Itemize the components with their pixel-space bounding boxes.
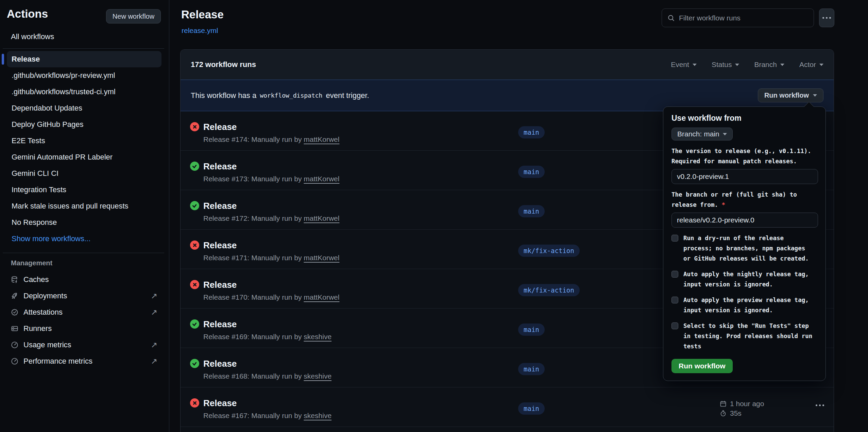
sidebar-item-performance-metrics[interactable]: Performance metrics ↗	[7, 353, 161, 369]
sidebar-item-runners[interactable]: Runners	[7, 320, 161, 337]
chevron-down-icon	[735, 64, 739, 66]
run-kebab-button[interactable]	[816, 404, 824, 406]
show-more-workflows-link[interactable]: Show more workflows...	[7, 231, 161, 247]
branch-pill[interactable]: main	[518, 323, 545, 336]
filter-workflow-runs-input[interactable]: Filter workflow runs	[662, 9, 814, 27]
branch-pill[interactable]: main	[518, 126, 545, 138]
sidebar-item-e2e-tests[interactable]: E2E Tests	[7, 133, 161, 149]
chevron-down-icon	[723, 133, 727, 135]
chevron-down-icon	[780, 64, 784, 66]
verified-icon	[11, 309, 18, 316]
branch-pill[interactable]: main	[518, 363, 545, 375]
skip-tests-label: Select to skip the "Run Tests" step in t…	[683, 321, 813, 351]
run-description: Release #168: Manually run by skeshive	[203, 372, 331, 381]
actor-link[interactable]: skeshive	[304, 412, 331, 419]
sidebar-divider	[3, 253, 164, 253]
required-asterisk: *	[722, 201, 726, 208]
status-success-icon	[190, 319, 199, 329]
run-title[interactable]: Release	[203, 161, 237, 172]
run-title[interactable]: Release	[203, 240, 237, 251]
run-description: Release #171: Manually run by mattKorwel	[203, 253, 339, 262]
sidebar-item-gemini-cli-ci[interactable]: Gemini CLI CI	[7, 165, 161, 182]
sidebar-item-trusted-ci[interactable]: .github/workflows/trusted-ci.yml	[7, 84, 161, 100]
external-link-icon: ↗	[151, 358, 157, 365]
event-filter-dropdown[interactable]: Event	[671, 61, 697, 69]
external-link-icon: ↗	[151, 292, 157, 300]
run-title[interactable]: Release	[203, 398, 237, 409]
run-title[interactable]: Release	[203, 319, 237, 330]
run-description: Release #172: Manually run by mattKorwel	[203, 214, 339, 223]
ref-input[interactable]	[671, 213, 818, 228]
management-list: Caches Deployments ↗ Attestation	[7, 271, 161, 369]
actor-link[interactable]: skeshive	[304, 372, 331, 380]
sidebar-item-deployments[interactable]: Deployments ↗	[7, 288, 161, 304]
management-section-label: Management	[11, 259, 52, 267]
sidebar-item-release[interactable]: Release	[7, 51, 161, 67]
sidebar-title: Actions	[7, 7, 48, 20]
sidebar-item-gemini-automated-pr-labeler[interactable]: Gemini Automated PR Labeler	[7, 149, 161, 165]
sidebar-item-usage-metrics[interactable]: Usage metrics ↗	[7, 337, 161, 353]
status-success-icon	[190, 359, 199, 368]
preview-tag-label: Auto apply the preview release tag, inpu…	[683, 295, 813, 315]
run-title[interactable]: Release	[203, 200, 237, 211]
branch-pill[interactable]: main	[518, 205, 545, 217]
branch-pill[interactable]: mk/fix-action	[518, 284, 580, 296]
sidebar-item-dependabot-updates[interactable]: Dependabot Updates	[7, 100, 161, 116]
version-input[interactable]	[671, 169, 818, 184]
branch-pill[interactable]: mk/fix-action	[518, 245, 580, 257]
run-title[interactable]: Release	[203, 279, 237, 290]
dry-run-option: Run a dry-run of the release process; no…	[671, 233, 817, 264]
run-workflow-submit-button[interactable]: Run workflow	[671, 359, 733, 373]
rocket-icon	[11, 292, 18, 300]
branch-filter-dropdown[interactable]: Branch	[754, 61, 784, 69]
workflow-options-kebab-button[interactable]	[819, 9, 834, 27]
actor-link[interactable]: mattKorwel	[304, 175, 339, 183]
sidebar-item-no-response[interactable]: No Response	[7, 214, 161, 231]
preview-tag-checkbox[interactable]	[671, 297, 678, 303]
actor-filter-dropdown[interactable]: Actor	[799, 61, 823, 69]
dry-run-checkbox[interactable]	[671, 235, 678, 242]
status-success-icon	[190, 201, 199, 210]
run-title[interactable]: Release	[203, 121, 237, 132]
workflow-run-row-partial	[181, 427, 834, 432]
run-title[interactable]: Release	[203, 358, 237, 369]
version-field-description: The version to release (e.g., v0.1.11). …	[671, 146, 821, 166]
runs-list-header: 172 workflow runs Event Status Branch Ac…	[181, 50, 834, 80]
sidebar-item-pr-review[interactable]: .github/workflows/pr-review.yml	[7, 67, 161, 84]
branch-selector-button[interactable]: Branch: main	[671, 128, 733, 140]
sidebar-item-all-workflows[interactable]: All workflows	[11, 32, 54, 41]
new-workflow-button[interactable]: New workflow	[106, 9, 161, 23]
branch-pill[interactable]: main	[518, 166, 545, 178]
nightly-tag-label: Auto apply the nightly release tag, inpu…	[683, 269, 813, 289]
workflow-file-link[interactable]: release.yml	[182, 27, 218, 35]
workflow-run-row[interactable]: Release Release #167: Manually run by sk…	[181, 387, 834, 427]
run-workflow-dropdown-button[interactable]: Run workflow	[758, 88, 823, 102]
sidebar-item-mark-stale[interactable]: Mark stale issues and pull requests	[7, 198, 161, 214]
branch-pill[interactable]: main	[518, 402, 545, 415]
run-description: Release #173: Manually run by mattKorwel	[203, 175, 339, 183]
nightly-tag-checkbox[interactable]	[671, 271, 678, 278]
sidebar-item-deploy-github-pages[interactable]: Deploy GitHub Pages	[7, 116, 161, 133]
run-time: 1 hour ago	[730, 400, 764, 408]
actor-link[interactable]: mattKorwel	[304, 135, 339, 143]
actor-link[interactable]: mattKorwel	[304, 293, 339, 301]
status-filter-dropdown[interactable]: Status	[712, 61, 739, 69]
external-link-icon: ↗	[151, 309, 157, 316]
skip-tests-checkbox[interactable]	[671, 322, 678, 329]
stopwatch-icon	[720, 410, 727, 417]
sidebar-item-attestations[interactable]: Attestations ↗	[7, 304, 161, 320]
sidebar-item-integration-tests[interactable]: Integration Tests	[7, 182, 161, 198]
nightly-tag-option: Auto apply the nightly release tag, inpu…	[671, 269, 817, 289]
actor-link[interactable]: mattKorwel	[304, 254, 339, 262]
actor-link[interactable]: mattKorwel	[304, 214, 339, 222]
sidebar-divider	[3, 48, 164, 49]
sidebar-item-caches[interactable]: Caches	[7, 271, 161, 288]
runs-count: 172 workflow runs	[191, 60, 256, 69]
run-meta: 1 hour ago 35s	[720, 399, 764, 418]
ref-field-description: The branch or ref (full git sha) to rele…	[671, 189, 821, 210]
filter-placeholder: Filter workflow runs	[679, 14, 741, 22]
status-failure-icon	[190, 240, 199, 250]
actor-link[interactable]: skeshive	[304, 333, 331, 340]
run-description: Release #169: Manually run by skeshive	[203, 332, 331, 341]
workflow-dispatch-code: workflow_dispatch	[260, 92, 322, 99]
